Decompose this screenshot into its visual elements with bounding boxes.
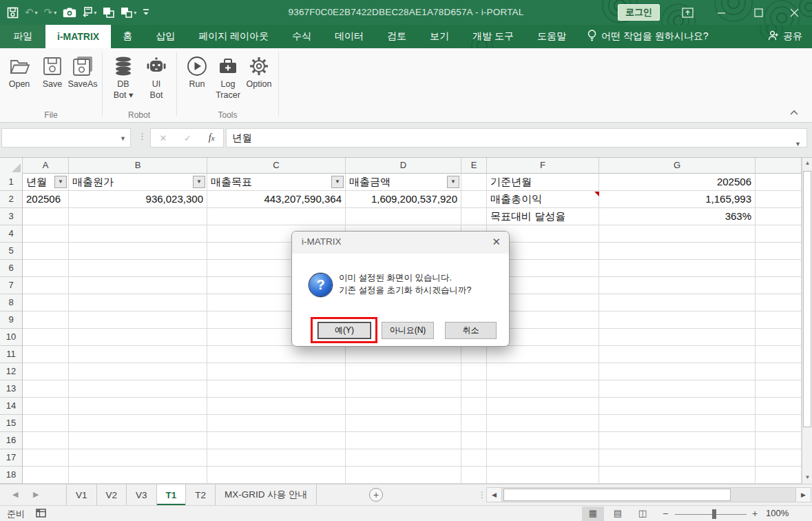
cell-f3[interactable]: 목표대비 달성율 [487, 208, 599, 225]
paste-dropdown-icon[interactable]: ▾ [94, 10, 96, 16]
zoom-percentage[interactable]: 100% [766, 508, 789, 518]
column-header-D[interactable]: D [346, 158, 461, 174]
tab-insert[interactable]: 삽입 [144, 25, 187, 48]
scroll-down-icon[interactable]: ▼ [802, 472, 812, 484]
formula-expand-icon[interactable]: ▼ [795, 135, 801, 153]
scroll-right-icon[interactable]: ▶ [795, 488, 811, 502]
horizontal-scrollbar[interactable]: ◀ ▶ [486, 487, 811, 502]
vertical-scroll-thumb[interactable] [803, 171, 811, 427]
sheet-tab-v2[interactable]: V2 [97, 484, 127, 505]
sheet-tab-t2[interactable]: T2 [186, 484, 216, 505]
column-header-E[interactable]: E [461, 158, 487, 174]
minimize-icon[interactable] [709, 0, 733, 25]
formula-bar-handle[interactable]: ⋮ [138, 131, 147, 141]
cell-f1[interactable]: 기준년월 [487, 174, 599, 191]
column-header-B[interactable]: B [69, 158, 207, 174]
tab-i-matrix[interactable]: i-MATRIX [45, 25, 111, 48]
filter-dropdown-icon[interactable]: ▼ [54, 176, 67, 188]
maximize-icon[interactable] [747, 0, 770, 25]
name-box[interactable]: ▼ [1, 128, 131, 147]
scroll-left-icon[interactable]: ◀ [487, 488, 502, 502]
new-sheet-icon[interactable]: + [369, 488, 383, 502]
filter-dropdown-icon[interactable]: ▼ [331, 176, 344, 188]
view-page-layout-icon[interactable]: ▤ [607, 507, 629, 521]
view-normal-icon[interactable]: ▦ [582, 507, 604, 521]
no-button[interactable]: 아니요(N) [382, 322, 434, 339]
save-icon[interactable] [7, 4, 19, 21]
tab-help[interactable]: 도움말 [525, 25, 578, 48]
sheet-nav-right-icon[interactable]: ▶ [33, 490, 39, 499]
paste-format-icon[interactable]: ▾ [83, 4, 96, 21]
option-button[interactable]: Option [241, 54, 277, 90]
vertical-scrollbar[interactable]: ▲ ▼ [802, 158, 812, 484]
cell-c1[interactable]: 매출목표 [207, 174, 346, 191]
tab-review[interactable]: 검토 [375, 25, 418, 48]
tab-home[interactable]: 홈 [111, 25, 144, 48]
camera-icon[interactable] [63, 4, 76, 21]
dialog-close-icon[interactable]: ✕ [492, 236, 501, 248]
cell-g3[interactable]: 363% [599, 208, 756, 225]
send-backward-icon[interactable]: ▾ [121, 4, 136, 21]
sheet-tab-t1[interactable]: T1 [157, 484, 187, 505]
bring-forward-icon[interactable] [103, 4, 114, 21]
scroll-up-icon[interactable]: ▲ [802, 158, 812, 170]
tab-data[interactable]: 데이터 [323, 25, 375, 48]
insert-function-icon[interactable]: fx [209, 132, 215, 143]
tell-me-box[interactable]: 어떤 작업을 원하시나요? [578, 25, 718, 48]
cell-c2[interactable]: 443,207,590,364 [207, 191, 346, 208]
collapse-ribbon-icon[interactable] [790, 108, 798, 116]
sheet-nav-left-icon[interactable]: ◀ [12, 490, 18, 499]
view-page-break-icon[interactable]: ◫ [632, 507, 654, 521]
tab-developer[interactable]: 개발 도구 [461, 25, 525, 48]
share-button[interactable]: 공유 [768, 25, 802, 48]
cell-g1[interactable]: 202506 [599, 174, 756, 191]
tabbar-resize-handle[interactable]: ⋮ [478, 490, 486, 500]
ribbon-display-options-icon[interactable] [676, 0, 699, 25]
cell-g2[interactable]: 1,165,993 [599, 191, 756, 208]
tab-formulas[interactable]: 수식 [280, 25, 323, 48]
backward-dropdown-icon[interactable]: ▾ [134, 10, 136, 16]
cell-f2[interactable]: 매출총이익 [487, 191, 599, 208]
sheet-tab-v3[interactable]: V3 [127, 484, 157, 505]
saveas-button[interactable]: SaveAs [65, 54, 101, 90]
column-header-A[interactable]: A [23, 158, 69, 174]
column-header-G[interactable]: G [599, 158, 756, 174]
column-header-C[interactable]: C [207, 158, 346, 174]
cell-d2[interactable]: 1,609,200,537,920 [346, 191, 461, 208]
confirm-entry-icon[interactable]: ✓ [184, 133, 191, 143]
ui-bot-button[interactable]: UI Bot [138, 54, 174, 101]
cell-b1[interactable]: 매출원가 [69, 174, 207, 191]
cell-d1[interactable]: 매출금액 [346, 174, 461, 191]
dialog-titlebar[interactable]: i-MATRIX ✕ [292, 232, 509, 254]
column-header-blank[interactable] [756, 158, 802, 174]
group-label-robot: Robot [103, 110, 176, 120]
close-icon[interactable] [782, 0, 806, 25]
macro-record-icon[interactable] [36, 509, 46, 520]
undo-icon: ↶▾ [25, 4, 38, 21]
filter-dropdown-icon[interactable]: ▼ [193, 176, 205, 188]
zoom-slider-thumb[interactable] [712, 509, 716, 519]
filter-dropdown-icon[interactable]: ▼ [447, 176, 459, 188]
tell-me-label: 어떤 작업을 원하시나요? [601, 30, 709, 43]
customize-qat-icon[interactable] [143, 4, 149, 21]
tab-file[interactable]: 파일 [0, 25, 45, 48]
formula-input[interactable]: 년월 ▼ [226, 128, 807, 147]
zoom-slider-track[interactable] [675, 514, 747, 515]
zoom-in-icon[interactable]: + [752, 508, 758, 519]
tab-view[interactable]: 보기 [418, 25, 461, 48]
login-button[interactable]: 로그인 [618, 4, 660, 21]
cancel-entry-icon[interactable]: ✕ [159, 133, 167, 143]
sheet-tab-mx-grid[interactable]: MX-GRID 사용 안내 [216, 484, 317, 505]
column-header-F[interactable]: F [487, 158, 599, 174]
cell-a2[interactable]: 202506 [23, 191, 69, 208]
open-button[interactable]: Open [1, 54, 37, 90]
horizontal-scroll-thumb[interactable] [503, 489, 731, 501]
cell-b2[interactable]: 936,023,300 [69, 191, 207, 208]
tab-page-layout[interactable]: 페이지 레이아웃 [187, 25, 280, 48]
db-bot-button[interactable]: DB Bot ▾ [105, 54, 141, 101]
sheet-tab-v1[interactable]: V1 [66, 484, 97, 505]
name-box-dropdown-icon[interactable]: ▼ [120, 135, 126, 142]
select-all-corner[interactable] [0, 158, 23, 174]
cancel-button[interactable]: 취소 [445, 322, 497, 339]
zoom-out-icon[interactable]: − [663, 508, 668, 519]
